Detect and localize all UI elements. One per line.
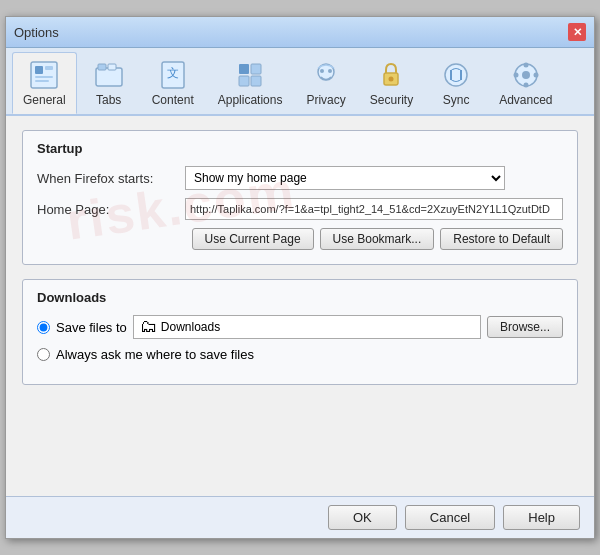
- tab-privacy-label: Privacy: [306, 93, 345, 107]
- always-ask-label: Always ask me where to save files: [56, 347, 254, 362]
- title-bar: Options ✕: [6, 17, 594, 48]
- ok-button[interactable]: OK: [328, 505, 397, 530]
- downloads-section: Downloads Save files to 🗂 Downloads Brow…: [22, 279, 578, 385]
- help-button[interactable]: Help: [503, 505, 580, 530]
- svg-point-23: [522, 71, 530, 79]
- svg-point-18: [389, 77, 394, 82]
- restore-default-button[interactable]: Restore to Default: [440, 228, 563, 250]
- svg-rect-7: [108, 64, 116, 70]
- content-area: risk.com Startup When Firefox starts: Sh…: [6, 116, 594, 496]
- svg-point-15: [320, 69, 324, 73]
- tab-general-label: General: [23, 93, 66, 107]
- tab-advanced-label: Advanced: [499, 93, 552, 107]
- svg-rect-5: [96, 68, 122, 86]
- svg-point-16: [328, 69, 332, 73]
- svg-text:文: 文: [167, 66, 179, 80]
- svg-rect-4: [35, 80, 49, 82]
- folder-icon: 🗂: [140, 317, 157, 337]
- tab-content-label: Content: [152, 93, 194, 107]
- startup-label: Startup: [37, 141, 563, 156]
- always-ask-row: Always ask me where to save files: [37, 347, 563, 362]
- tab-tabs[interactable]: Tabs: [79, 52, 139, 114]
- when-starts-label: When Firefox starts:: [37, 171, 177, 186]
- svg-rect-11: [251, 64, 261, 74]
- save-files-radio[interactable]: [37, 321, 50, 334]
- tab-applications[interactable]: Applications: [207, 52, 294, 114]
- svg-rect-3: [35, 76, 53, 78]
- startup-buttons: Use Current Page Use Bookmark... Restore…: [37, 228, 563, 250]
- tab-advanced[interactable]: Advanced: [488, 52, 563, 114]
- toolbar: General Tabs 文: [6, 48, 594, 116]
- svg-point-25: [523, 83, 528, 88]
- save-files-label: Save files to: [56, 320, 127, 335]
- content-icon: 文: [157, 59, 189, 91]
- tab-tabs-label: Tabs: [96, 93, 121, 107]
- svg-point-26: [513, 73, 518, 78]
- sync-icon: [440, 59, 472, 91]
- downloads-label: Downloads: [37, 290, 563, 305]
- svg-rect-1: [35, 66, 43, 74]
- svg-rect-6: [98, 64, 106, 70]
- security-icon: [375, 59, 407, 91]
- svg-rect-12: [239, 76, 249, 86]
- use-bookmark-button[interactable]: Use Bookmark...: [320, 228, 435, 250]
- homepage-row: Home Page:: [37, 198, 563, 220]
- use-current-page-button[interactable]: Use Current Page: [192, 228, 314, 250]
- svg-rect-13: [251, 76, 261, 86]
- tab-security[interactable]: Security: [359, 52, 424, 114]
- close-button[interactable]: ✕: [568, 23, 586, 41]
- svg-point-27: [533, 73, 538, 78]
- advanced-icon: [510, 59, 542, 91]
- tab-privacy[interactable]: Privacy: [295, 52, 356, 114]
- svg-rect-2: [45, 66, 53, 70]
- cancel-button[interactable]: Cancel: [405, 505, 495, 530]
- tabs-icon: [93, 59, 125, 91]
- when-starts-dropdown[interactable]: Show my home page: [185, 166, 505, 190]
- tab-applications-label: Applications: [218, 93, 283, 107]
- dialog-footer: OK Cancel Help: [6, 496, 594, 538]
- save-files-row: Save files to 🗂 Downloads Browse...: [37, 315, 563, 339]
- downloads-folder-field: 🗂 Downloads: [133, 315, 481, 339]
- startup-section: Startup When Firefox starts: Show my hom…: [22, 130, 578, 265]
- home-page-label: Home Page:: [37, 202, 177, 217]
- applications-icon: [234, 59, 266, 91]
- browse-button[interactable]: Browse...: [487, 316, 563, 338]
- tab-sync-label: Sync: [443, 93, 470, 107]
- general-icon: [28, 59, 60, 91]
- always-ask-radio[interactable]: [37, 348, 50, 361]
- svg-point-24: [523, 63, 528, 68]
- options-dialog: Options ✕ General: [5, 16, 595, 539]
- tab-content[interactable]: 文 Content: [141, 52, 205, 114]
- svg-rect-0: [31, 62, 57, 88]
- privacy-icon: [310, 59, 342, 91]
- tab-security-label: Security: [370, 93, 413, 107]
- dialog-title: Options: [14, 25, 59, 40]
- tab-general[interactable]: General: [12, 52, 77, 114]
- startup-row: When Firefox starts: Show my home page: [37, 166, 563, 190]
- home-page-input[interactable]: [185, 198, 563, 220]
- svg-rect-10: [239, 64, 249, 74]
- tab-sync[interactable]: Sync: [426, 52, 486, 114]
- downloads-folder-name: Downloads: [161, 320, 220, 334]
- svg-point-19: [445, 64, 467, 86]
